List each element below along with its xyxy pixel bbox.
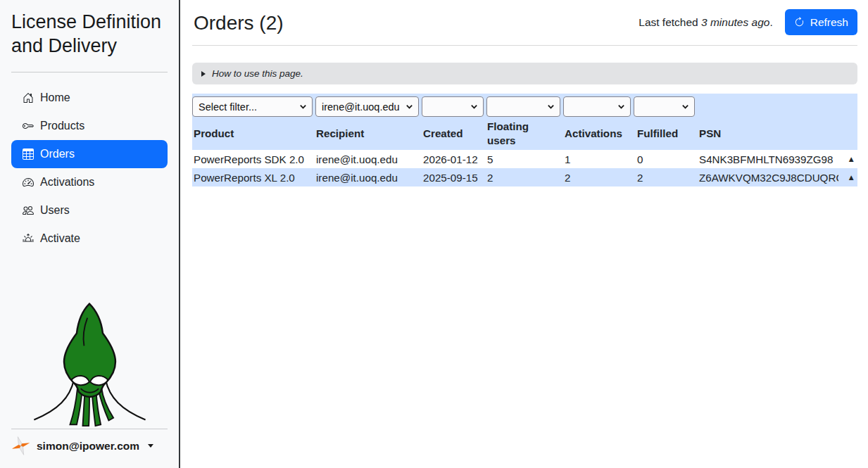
user-menu[interactable]: simon@ipower.com: [11, 435, 168, 460]
sidebar-item-products[interactable]: Products: [11, 112, 168, 140]
compass-star-icon: [11, 436, 30, 455]
cell-recipient: irene@it.uoq.edu: [315, 168, 422, 186]
cell-activations: 2: [563, 168, 636, 186]
cell-created: 2026-01-12: [422, 150, 486, 168]
cell-psn: S4NK3BFMHLTN6939ZG98: [698, 150, 838, 168]
refresh-button-label: Refresh: [810, 16, 848, 29]
mascot-logo: [11, 299, 168, 429]
chevron-down-icon: [405, 103, 413, 110]
column-header-activations: Activations: [563, 117, 636, 150]
sunrise-icon: [23, 233, 34, 244]
help-accordion[interactable]: How to use this page.: [192, 63, 857, 84]
filter-row: Select filter... irene@it.uoq.edu: [192, 96, 857, 117]
filter-select-value: irene@it.uoq.edu: [322, 101, 403, 113]
chevron-down-icon: [470, 103, 478, 110]
chevron-down-icon: [681, 103, 689, 110]
sidebar-nav: Home Products Orders Activations Users: [11, 84, 168, 253]
triangle-right-icon: [201, 71, 206, 77]
table-header-band: Select filter... irene@it.uoq.edu: [192, 94, 857, 150]
sidebar-divider-top: [11, 72, 168, 72]
cell-floating-users: 2: [486, 168, 563, 186]
table-icon: [23, 148, 34, 160]
table-header-row: Product Recipient Created Floating users…: [192, 117, 857, 150]
column-header-expand: [838, 117, 857, 150]
squid-mascot-icon: [26, 299, 153, 429]
last-fetched-time: 3 minutes ago: [701, 16, 769, 28]
cell-product: PowerReports XL 2.0: [192, 168, 315, 186]
last-fetched-text: Last fetched 3 minutes ago.: [639, 16, 772, 29]
column-header-floating-users: Floating users: [486, 117, 563, 150]
filter-select-fulfilled[interactable]: [634, 96, 695, 117]
cell-psn: Z6AWKVQM32C9J8CDUQRG: [698, 168, 838, 186]
column-header-recipient: Recipient: [315, 117, 422, 150]
filter-select-created[interactable]: [422, 96, 484, 117]
speedometer-icon: [23, 177, 34, 188]
sidebar-item-orders[interactable]: Orders: [11, 140, 168, 168]
sidebar-item-label: Home: [40, 91, 70, 104]
chevron-down-icon: [547, 103, 555, 110]
refresh-icon: [794, 17, 805, 27]
collapse-arrow-icon[interactable]: ▲: [838, 150, 857, 168]
main-content: Orders (2) Last fetched 3 minutes ago. R…: [180, 0, 868, 468]
filter-select-floating-users[interactable]: [486, 96, 560, 117]
last-fetched-suffix: .: [769, 16, 772, 28]
column-header-psn: PSN: [698, 117, 838, 150]
sidebar-item-label: Activate: [40, 232, 80, 245]
key-icon: [23, 120, 34, 132]
chevron-down-icon: [617, 103, 625, 110]
sidebar-item-label: Activations: [40, 176, 94, 189]
page-title: Orders (2): [194, 12, 284, 34]
filter-select-value: Select filter...: [199, 101, 296, 113]
column-header-created: Created: [422, 117, 486, 150]
filter-select-activations[interactable]: [563, 96, 631, 117]
help-summary-text: How to use this page.: [212, 68, 303, 79]
main-header: Orders (2) Last fetched 3 minutes ago. R…: [192, 9, 857, 35]
cell-created: 2025-09-15: [422, 168, 486, 186]
app-title: License Definition and Delivery: [11, 10, 168, 58]
column-header-product: Product: [192, 117, 315, 150]
user-email: simon@ipower.com: [37, 440, 139, 453]
table-row: PowerReports SDK 2.0 irene@it.uoq.edu 20…: [192, 150, 857, 168]
cell-floating-users: 5: [486, 150, 563, 168]
sidebar-item-users[interactable]: Users: [11, 196, 168, 224]
header-actions: Last fetched 3 minutes ago. Refresh: [639, 9, 857, 35]
filter-select-main[interactable]: Select filter...: [192, 96, 313, 117]
refresh-button[interactable]: Refresh: [785, 9, 857, 35]
people-icon: [23, 205, 34, 216]
chevron-down-icon: [148, 444, 153, 448]
sidebar-divider-bottom: [11, 429, 168, 429]
cell-activations: 1: [563, 150, 636, 168]
column-header-fulfilled: Fulfilled: [636, 117, 698, 150]
sidebar-item-activations[interactable]: Activations: [11, 168, 168, 196]
table-row: PowerReports XL 2.0 irene@it.uoq.edu 202…: [192, 168, 857, 186]
cell-fulfilled: 2: [636, 168, 698, 186]
sidebar-item-home[interactable]: Home: [11, 84, 168, 112]
sidebar-item-label: Products: [40, 120, 84, 132]
cell-product: PowerReports SDK 2.0: [192, 150, 315, 168]
sidebar-item-activate[interactable]: Activate: [11, 224, 168, 253]
house-icon: [23, 92, 34, 103]
last-fetched-prefix: Last fetched: [639, 16, 701, 28]
collapse-arrow-icon[interactable]: ▲: [838, 168, 857, 186]
orders-table: Select filter... irene@it.uoq.edu: [192, 94, 857, 186]
filter-select-recipient[interactable]: irene@it.uoq.edu: [315, 96, 419, 117]
chevron-down-icon: [299, 103, 307, 110]
cell-fulfilled: 0: [636, 150, 698, 168]
sidebar: License Definition and Delivery Home Pro…: [0, 0, 180, 468]
cell-recipient: irene@it.uoq.edu: [315, 150, 422, 168]
sidebar-item-label: Orders: [40, 148, 75, 160]
header-divider: [192, 45, 857, 46]
sidebar-item-label: Users: [40, 204, 70, 217]
